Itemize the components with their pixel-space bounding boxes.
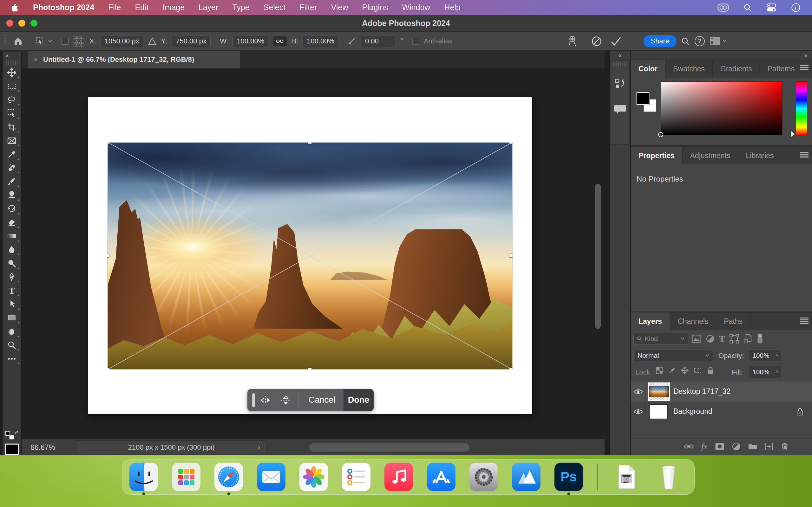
rectangular-marquee-tool[interactable] — [3, 79, 20, 93]
tab-color[interactable]: Color — [631, 60, 665, 78]
dodge-tool[interactable] — [3, 257, 20, 270]
workspace-switcher[interactable] — [709, 37, 726, 46]
filter-type-layers-icon[interactable]: T — [719, 334, 725, 344]
filter-toggle-icon[interactable] — [757, 333, 763, 344]
object-selection-tool[interactable] — [3, 107, 20, 120]
transform-handle-n[interactable] — [308, 142, 312, 144]
rectangle-tool[interactable] — [3, 311, 20, 325]
dock-mountains-app-icon[interactable] — [512, 463, 541, 491]
search-icon[interactable] — [744, 3, 752, 12]
menu-plugins[interactable]: Plugins — [362, 3, 388, 12]
dock-appstore-icon[interactable] — [427, 463, 455, 491]
transform-handle-w[interactable] — [107, 254, 109, 258]
opacity-chevron[interactable]: ˅ — [773, 349, 781, 361]
layer-visibility-toggle[interactable] — [631, 382, 646, 401]
tab-gradients[interactable]: Gradients — [713, 60, 760, 78]
filter-adjustment-layers-icon[interactable] — [706, 334, 715, 343]
layer-name[interactable]: Desktop 1717_32 — [673, 387, 730, 396]
tool-preset-picker[interactable] — [35, 36, 52, 47]
transform-handle-e[interactable] — [509, 254, 513, 258]
layer-visibility-toggle[interactable] — [631, 401, 646, 421]
cancel-transform-icon[interactable] — [591, 36, 602, 47]
layer-filter-kind-dropdown[interactable]: Kind ˅ — [633, 333, 688, 345]
dock-photoshop-icon[interactable]: Ps — [554, 463, 583, 491]
flip-horizontal-button[interactable] — [255, 395, 275, 406]
apple-icon[interactable] — [11, 3, 19, 12]
layer-thumbnail[interactable] — [649, 383, 669, 400]
document-tab[interactable]: × Untitled-1 @ 66.7% (Desktop 1717_32, R… — [28, 51, 240, 68]
strip-grip[interactable] — [613, 62, 627, 66]
lock-all-icon[interactable] — [707, 366, 714, 375]
dock-mail-icon[interactable] — [257, 463, 286, 491]
clone-stamp-tool[interactable] — [3, 188, 20, 202]
crop-tool[interactable] — [3, 120, 20, 134]
tab-adjustments[interactable]: Adjustments — [682, 147, 739, 164]
canvas-area[interactable]: × Untitled-1 @ 66.7% (Desktop 1717_32, R… — [22, 51, 605, 455]
commit-transform-icon[interactable] — [610, 36, 622, 46]
y-position-field[interactable]: 750.00 px — [171, 35, 211, 47]
status-chevron-icon[interactable]: › — [258, 443, 260, 452]
layer-row-background[interactable]: Background — [631, 401, 812, 421]
collapse-panels-chevrons[interactable]: « — [610, 51, 630, 60]
hue-slider-marker[interactable] — [791, 131, 795, 137]
blur-tool[interactable] — [3, 243, 20, 257]
new-layer-icon[interactable] — [765, 442, 773, 451]
x-position-field[interactable]: 1050.00 px — [101, 35, 143, 47]
zoom-tool[interactable] — [3, 338, 20, 352]
color-panel-foreground-swatch[interactable] — [637, 92, 649, 105]
filter-shape-layers-icon[interactable] — [729, 334, 739, 343]
menu-filter[interactable]: Filter — [299, 3, 317, 12]
done-button[interactable]: Done — [344, 389, 374, 411]
menu-select[interactable]: Select — [264, 3, 286, 12]
dock-finder-icon[interactable] — [130, 463, 158, 491]
horizontal-scrollbar[interactable] — [309, 443, 469, 452]
menu-file[interactable]: File — [108, 3, 121, 12]
move-tool[interactable] — [3, 66, 20, 79]
menu-edit[interactable]: Edit — [135, 3, 148, 12]
share-button[interactable]: Share — [644, 35, 676, 47]
color-field-picker[interactable] — [658, 132, 663, 137]
lock-position-icon[interactable] — [681, 367, 689, 374]
new-group-icon[interactable] — [748, 443, 757, 450]
path-selection-tool[interactable] — [3, 297, 20, 311]
blend-mode-dropdown[interactable]: Normal ˅ — [633, 349, 713, 362]
type-tool[interactable]: T — [3, 284, 20, 297]
photo-layer[interactable] — [107, 142, 513, 370]
lock-pixels-icon[interactable] — [668, 367, 676, 374]
layer-thumbnail[interactable] — [649, 403, 669, 420]
rotation-field[interactable]: 0.00 — [361, 35, 396, 47]
layer-name[interactable]: Background — [673, 407, 712, 416]
dock-music-icon[interactable] — [385, 463, 413, 491]
layer-styles-icon[interactable]: fx — [701, 442, 707, 451]
add-layer-mask-icon[interactable] — [715, 443, 724, 450]
tab-patterns[interactable]: Patterns — [760, 60, 803, 78]
brush-tool[interactable] — [3, 175, 20, 188]
transform-handle-sw[interactable] — [107, 368, 109, 370]
opacity-field[interactable]: 100% ˅ — [749, 349, 782, 362]
filter-pixel-layers-icon[interactable] — [692, 335, 701, 343]
maintain-aspect-ratio-button[interactable] — [273, 36, 287, 46]
transform-handle-se[interactable] — [509, 368, 513, 370]
dock-photos-icon[interactable] — [299, 463, 328, 491]
home-icon[interactable] — [13, 37, 23, 46]
panel-menu-icon[interactable] — [800, 152, 809, 158]
hand-tool[interactable] — [3, 325, 20, 338]
clock-icon[interactable] — [791, 3, 801, 12]
tab-swatches[interactable]: Swatches — [665, 60, 713, 78]
toolbar-grip[interactable] — [6, 60, 17, 65]
close-tab-icon[interactable]: × — [34, 55, 38, 64]
foreground-background-swatches[interactable] — [5, 430, 19, 443]
anti-alias-checkbox[interactable] — [412, 38, 419, 45]
height-field[interactable]: 100.00% — [303, 35, 339, 47]
transform-handle-s[interactable] — [308, 368, 312, 370]
panel-menu-icon[interactable] — [800, 65, 809, 71]
foreground-color-swatch[interactable] — [5, 444, 19, 455]
toolbar-collapse-chevrons[interactable]: » — [3, 52, 20, 60]
transform-handle-nw[interactable] — [107, 142, 109, 144]
background-lock-icon[interactable] — [797, 407, 803, 416]
dock-launchpad-icon[interactable] — [172, 463, 200, 491]
tab-channels[interactable]: Channels — [670, 313, 716, 330]
menu-help[interactable]: Help — [444, 3, 460, 12]
spot-healing-brush-tool[interactable] — [3, 161, 20, 175]
lock-transparency-icon[interactable] — [656, 367, 663, 374]
